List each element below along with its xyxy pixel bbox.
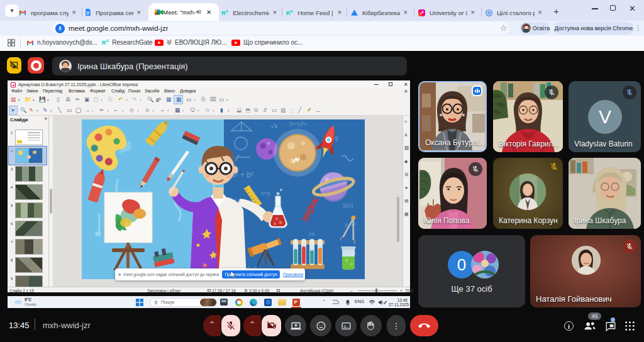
svg-text:S(x): S(x) (343, 202, 353, 209)
svg-text:√x: √x (270, 122, 278, 130)
svg-text:(x+y)²=: (x+y)²= (289, 121, 308, 127)
svg-text:√a: √a (308, 231, 314, 237)
svg-text:x+y: x+y (261, 190, 270, 196)
